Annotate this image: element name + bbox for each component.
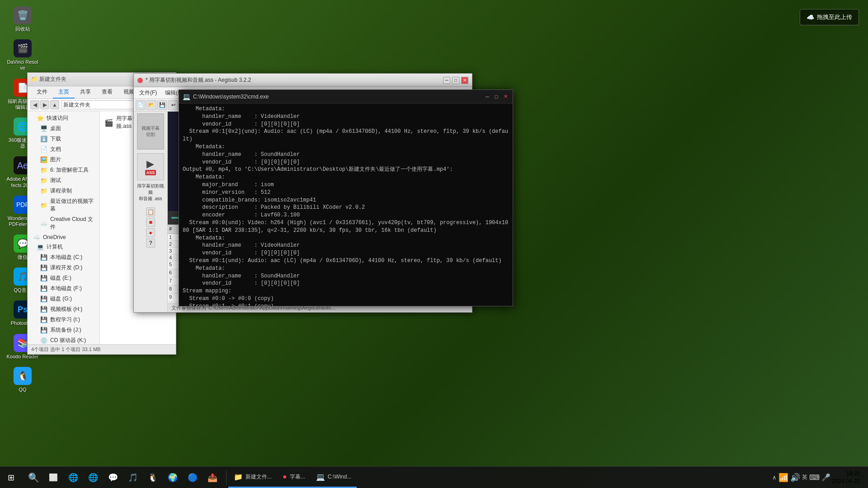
start-button[interactable]: ⊞ [0, 467, 22, 488]
davinci-label: DaVinci Resolve [6, 59, 39, 71]
video-panel-icon[interactable]: 视频字幕切割 [137, 113, 164, 150]
taskbar-qqmusic[interactable]: 🎵 [123, 467, 143, 488]
sidebar-item-download[interactable]: ⬇️ 下载 [28, 134, 99, 144]
taskbar-app-cmd[interactable]: 💻 C:\Wind... [311, 467, 357, 488]
sidebar-item-recording[interactable]: 📁 课程录制 [28, 186, 99, 196]
cmd-line: vendor_id : [0][0][0][0] [183, 280, 509, 287]
tray-sound[interactable]: 🔊 [790, 473, 800, 483]
taskbar-search[interactable]: 🔍 [24, 467, 43, 488]
cmd-line: handler_name : VideoHandler [183, 113, 509, 121]
sidebar-item-pictures[interactable]: 🖼️ 图片 [28, 155, 99, 165]
address-input[interactable] [61, 100, 135, 109]
test-icon: 📁 [40, 177, 47, 184]
sidebar-item-docs[interactable]: 📄 文档 [28, 144, 99, 155]
side-btn-red2[interactable]: ● [146, 228, 155, 237]
side-btn-2[interactable]: ? [146, 239, 155, 248]
sidebar-item-e[interactable]: 💾 磁盘 (E:) [28, 273, 99, 283]
sidebar-item-creativecloud[interactable]: ☁️ Creative Cloud 文件 [28, 214, 99, 232]
taskbar-taskview[interactable]: ⬜ [43, 467, 63, 488]
toolbar-open[interactable]: 📂 [146, 100, 156, 110]
sidebar-item-test[interactable]: 📁 测试 [28, 175, 99, 186]
cmd-content[interactable]: Metadata: handler_name : VideoHandler ve… [179, 103, 513, 306]
sidebar-item-quickaccess[interactable]: ⭐ 快速访问 [28, 113, 99, 123]
show-desktop[interactable] [862, 471, 864, 484]
cmd-line: vendor_id : [0][0][0][0] [183, 121, 509, 128]
recycle-label: 回收站 [15, 26, 30, 32]
cmd-line: Output #0, mp4, to 'C:\Users\Administrat… [183, 166, 509, 174]
sidebar-item-onedrive[interactable]: ☁️ OneDrive [28, 232, 99, 242]
sidebar-item-h[interactable]: 💾 视频模板 (H:) [28, 304, 99, 314]
cmd-icon: 💻 [183, 93, 190, 100]
desktop-icon-recycle[interactable]: 🗑️ 回收站 [5, 5, 41, 34]
sidebar-item-i[interactable]: 💾 数程学习 (I:) [28, 314, 99, 325]
taskbar-app-explorer[interactable]: 📁 新建文件... [228, 467, 277, 488]
left-sidebar: ⭐ 快速访问 🖥️ 桌面 ⬇️ 下载 📄 文档 🖼️ 图片 [28, 111, 100, 344]
up-button[interactable]: ▲ [50, 100, 59, 109]
creativecloud-icon: ☁️ [40, 220, 47, 227]
side-btn-1[interactable]: 📋 [146, 207, 155, 216]
desktop-icon-nav: 🖥️ [40, 125, 47, 132]
sidebar-item-recent[interactable]: 📁 最近做过的视频字幕 [28, 196, 99, 214]
taskbar-weixin[interactable]: 💬 [103, 467, 123, 488]
aegisub-tray-label: 字幕... [290, 473, 305, 481]
tray-network[interactable]: 📶 [778, 473, 788, 483]
clock-date: 2024-04-22 [832, 478, 860, 485]
tray-mic[interactable]: 🎤 [821, 473, 830, 482]
top-right-area: ☁️ 拖拽至此上传 [800, 9, 859, 25]
cmd-maximize[interactable]: □ [493, 93, 500, 100]
menu-file[interactable]: 文件(F) [136, 88, 160, 98]
forward-button[interactable]: ▶ [40, 100, 49, 109]
tab-home[interactable]: 主页 [53, 86, 75, 99]
toolbar-save[interactable]: 💾 [157, 100, 167, 110]
toolbar-undo[interactable]: ↩ [168, 100, 178, 110]
taskbar-360[interactable]: 🌐 [63, 467, 83, 488]
sidebar-item-c[interactable]: 💾 本地磁盘 (C:) [28, 252, 99, 263]
taskbar-edge[interactable]: 🌐 [83, 467, 103, 488]
taskbar-chrome[interactable]: 🔵 [183, 467, 203, 488]
recent-icon: 📁 [40, 202, 47, 209]
tray-hide-arrow[interactable]: ∧ [772, 474, 777, 481]
cmd-line: Stream #0:0(und): Video: h264 (High) (av… [183, 219, 509, 235]
tab-view[interactable]: 查看 [96, 86, 118, 99]
desktop-icon-qq[interactable]: 🐧 QQ [5, 365, 41, 394]
sidebar-item-f[interactable]: 💾 本地磁盘 (F:) [28, 283, 99, 294]
ass-icon[interactable]: ▶ ASS [137, 153, 164, 180]
sidebar-item-desktop[interactable]: 🖥️ 桌面 [28, 123, 99, 134]
sidebar-item-j[interactable]: 💾 系统备份 (J:) [28, 325, 99, 335]
taskbar-fileshare[interactable]: 📤 [203, 467, 222, 488]
back-button[interactable]: ◀ [30, 100, 39, 109]
system-clock[interactable]: 19:20 2024-04-22 [832, 470, 860, 485]
cmd-line: Stream #0:1 -> #0:1 (copy) [183, 303, 509, 306]
sidebar-item-computer[interactable]: 💻 计算机 [28, 242, 99, 252]
tab-file[interactable]: 文件 [31, 86, 53, 99]
input-method[interactable]: 英 [802, 474, 807, 481]
tab-share[interactable]: 共享 [75, 86, 96, 99]
sidebar-item-d[interactable]: 💾 课程开发 (D:) [28, 263, 99, 273]
cmd-title-text: C:\Windows\system32\cmd.exe [193, 94, 269, 100]
cmd-line: handler_name : SoundHandler [183, 272, 509, 280]
upload-button[interactable]: ☁️ 拖拽至此上传 [800, 9, 859, 25]
cmd-line: Stream #0:0 -> #0:0 (copy) [183, 295, 509, 303]
sidebar-item-g[interactable]: 💾 磁盘 (G:) [28, 294, 99, 304]
aegisub-minimize[interactable]: ─ [443, 77, 450, 84]
cmd-minimize[interactable]: ─ [484, 93, 491, 100]
tray-keyboard[interactable]: ⌨ [809, 473, 820, 482]
diskd-icon: 💾 [40, 264, 47, 271]
desktop: ☁️ 拖拽至此上传 🗑️ 回收站 🎬 DaVinci Resolve 📄 福昕高… [0, 0, 868, 488]
sidebar-item-k[interactable]: 💿 CD 驱动器 (K:) [28, 335, 99, 344]
aegisub-titlebar: * 用字幕切割视频和音频.ass - Aegisub 3.2.2 ─ □ ✕ [134, 74, 472, 87]
toolbar-new[interactable]: 📄 [136, 100, 146, 110]
ass-badge: ASS [145, 170, 156, 175]
taskbar-qq[interactable]: 🐧 [143, 467, 163, 488]
taskbar-app-aegisub[interactable]: ● 字幕... [277, 467, 311, 488]
pinned-icons: 🔍 ⬜ 🌐 🌐 💬 🎵 🐧 🌍 🔵 📤 [22, 467, 224, 488]
side-btn-red[interactable]: ■ [146, 218, 155, 227]
cmd-close[interactable]: ✕ [502, 93, 509, 100]
recording-label: 课程录制 [50, 187, 72, 195]
taskbar-translate[interactable]: 🌍 [163, 467, 183, 488]
sidebar-item-tools[interactable]: 📁 6: 加密解密工具 [28, 165, 99, 175]
aegisub-maximize[interactable]: □ [452, 77, 459, 84]
desktop-icon-davinci[interactable]: 🎬 DaVinci Resolve [5, 38, 41, 73]
aegisub-close[interactable]: ✕ [461, 77, 468, 84]
file-explorer-title: 📁 新建文件夹 [31, 75, 66, 83]
